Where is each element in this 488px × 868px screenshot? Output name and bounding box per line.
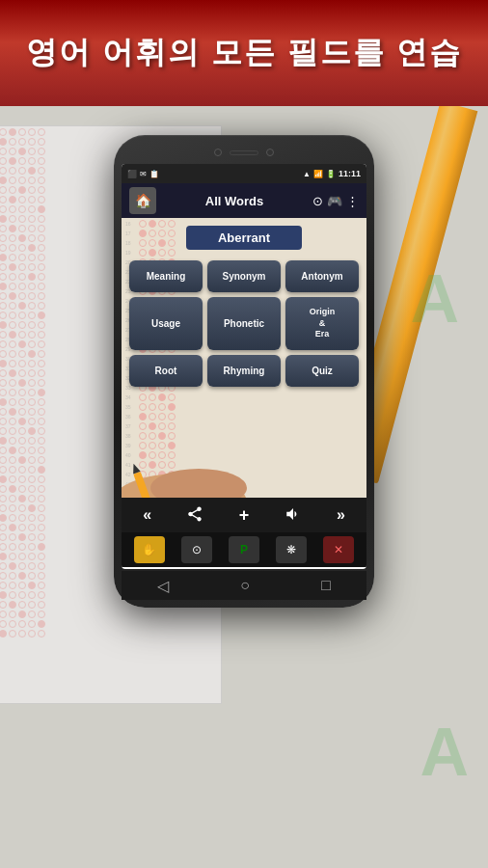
toolbar-title: All Words	[162, 194, 307, 208]
top-banner: 영어 어휘의 모든 필드를 연습	[0, 0, 488, 106]
action-bar: « + »	[122, 498, 366, 532]
more-options-icon[interactable]: ⋮	[346, 194, 359, 208]
svg-marker-3	[130, 462, 141, 474]
home-button[interactable]: 🏠	[129, 187, 156, 214]
banner-text: 영어 어휘의 모든 필드를 연습	[26, 32, 462, 74]
toolbar-action-icons: ⊙ 🎮 ⋮	[312, 194, 359, 208]
prev-button[interactable]: «	[139, 504, 155, 526]
p-icon: P	[240, 543, 248, 556]
notification-icon-1: ⬛	[127, 170, 137, 178]
network-nav-icon[interactable]: ❋	[276, 536, 307, 563]
compass-icon: ⊙	[192, 543, 202, 556]
current-word-label: Aberrant	[186, 226, 302, 250]
background-scene: 16 17 18 19 20 21 22 23 24 25 26 27 28 2…	[0, 106, 488, 868]
app-toolbar: 🏠 All Words ⊙ 🎮 ⋮	[122, 183, 366, 218]
status-right-info: ▲ 📶 🔋 11:11	[303, 169, 361, 178]
notification-icon-3: 📋	[149, 170, 159, 178]
synonym-button[interactable]: Synonym	[207, 260, 281, 292]
signal-icon: 📶	[313, 170, 323, 178]
main-content-area: 16 17 18 19 20 21 22 23 24 25 26 27 28 2…	[122, 218, 366, 498]
home-icon: 🏠	[135, 193, 151, 208]
phonetic-button[interactable]: Phonetic	[207, 297, 281, 350]
hand-pencil-area	[122, 449, 366, 498]
network-icon: ❋	[286, 543, 296, 556]
phone-shell: ⬛ ✉ 📋 ▲ 📶 🔋 11:11 🏠	[114, 135, 374, 608]
svg-point-0	[122, 474, 247, 498]
phone-soft-nav: ◁ ○ □	[122, 571, 366, 600]
android-home-button[interactable]: ○	[240, 577, 250, 594]
gamepad-icon[interactable]: 🎮	[327, 194, 342, 208]
front-camera	[214, 149, 222, 156]
close-nav-icon[interactable]: ✕	[323, 536, 354, 563]
meaning-button[interactable]: Meaning	[129, 260, 203, 292]
antonym-button[interactable]: Antonym	[285, 260, 359, 292]
recent-apps-button[interactable]: □	[321, 577, 331, 594]
sensor	[266, 149, 274, 156]
status-bar: ⬛ ✉ 📋 ▲ 📶 🔋 11:11	[122, 164, 366, 183]
back-button[interactable]: ◁	[157, 577, 169, 595]
clock: 11:11	[339, 169, 361, 178]
svg-rect-2	[133, 472, 155, 498]
app-nav-bar: ✋ ⊙ P ❋ ✕	[122, 532, 366, 567]
phone-speaker	[230, 150, 258, 155]
volume-button[interactable]	[281, 503, 306, 528]
x-icon: ✕	[334, 543, 343, 556]
battery-icon: 🔋	[326, 170, 336, 178]
word-buttons-overlay: Aberrant Meaning Synonym Antonym Usage P…	[122, 218, 366, 498]
letter-a: A	[410, 260, 459, 338]
next-button[interactable]: »	[333, 504, 349, 526]
compass-nav-icon[interactable]: ⊙	[181, 536, 212, 563]
word-category-grid: Meaning Synonym Antonym Usage Phonetic O…	[122, 256, 366, 392]
phone-device: ⬛ ✉ 📋 ▲ 📶 🔋 11:11 🏠	[114, 135, 374, 608]
letter-b: A	[420, 714, 469, 791]
hand-pencil-svg	[122, 449, 266, 498]
hand-nav-icon[interactable]: ✋	[134, 536, 165, 563]
wifi-icon: ▲	[303, 170, 311, 178]
hand-icon: ✋	[142, 543, 156, 556]
add-button[interactable]: +	[235, 503, 254, 528]
status-left-icons: ⬛ ✉ 📋	[127, 170, 159, 178]
svg-point-1	[150, 469, 247, 498]
root-button[interactable]: Root	[129, 355, 203, 387]
rhyming-button[interactable]: Rhyming	[207, 355, 281, 387]
phone-screen: ⬛ ✉ 📋 ▲ 📶 🔋 11:11 🏠	[122, 164, 366, 569]
share-button[interactable]	[182, 503, 207, 528]
target-icon[interactable]: ⊙	[312, 194, 323, 208]
notification-icon-2: ✉	[140, 170, 147, 178]
parking-nav-icon[interactable]: P	[229, 536, 259, 563]
quiz-button[interactable]: Quiz	[285, 355, 359, 387]
usage-button[interactable]: Usage	[129, 297, 203, 350]
origin-era-button[interactable]: Origin&Era	[285, 297, 359, 350]
phone-top-area	[122, 143, 366, 162]
